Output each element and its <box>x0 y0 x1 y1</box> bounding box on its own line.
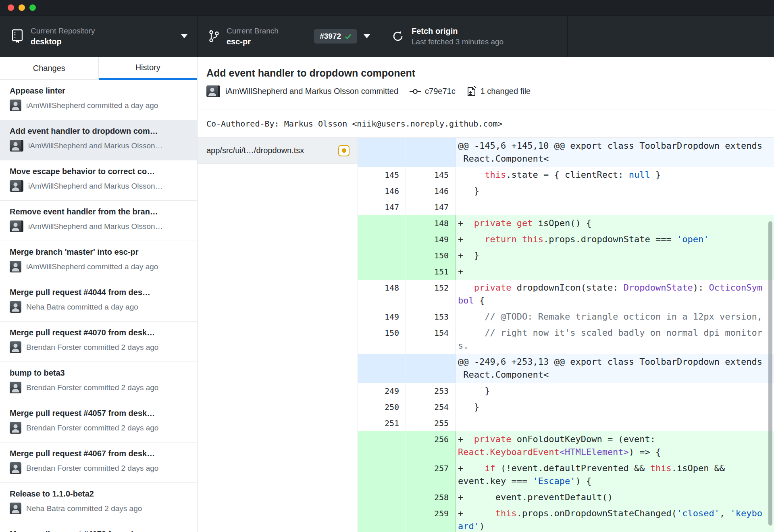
check-icon <box>345 33 352 39</box>
diff-line: 251255 <box>358 415 774 431</box>
diff-old-line-number: 148 <box>358 280 406 309</box>
commit-detail-panel: Add event handler to dropdown component … <box>198 57 774 532</box>
close-window-button[interactable] <box>8 4 14 11</box>
diff-new-line-number: 147 <box>406 199 455 215</box>
minimize-window-button[interactable] <box>19 4 25 11</box>
avatar <box>10 341 21 353</box>
diff-line: 250254 } <box>358 399 774 415</box>
current-branch-label: Current Branch <box>227 27 279 35</box>
diff-code: + return this.props.dropdownState === 'o… <box>455 231 774 247</box>
diff-new-line-number: 257 <box>406 460 455 489</box>
commit-item-title: Merge pull request #4067 from desk… <box>10 449 189 459</box>
diff-line: 256+ private onFoldoutKeyDown = (event: … <box>358 431 774 460</box>
tab-history[interactable]: History <box>99 57 198 80</box>
commit-item-title: Add event handler to dropdown com… <box>10 126 189 136</box>
pr-number-badge[interactable]: #3972 <box>314 29 357 44</box>
commit-list-item[interactable]: Add event handler to dropdown com…iAmWil… <box>0 120 197 160</box>
commit-list-item[interactable]: Merge pull request #4073 from d… <box>0 523 197 532</box>
file-list-item[interactable]: app/src/ui/t…/dropdown.tsx <box>198 138 358 164</box>
commit-item-meta: Brendan Forster committed 2 days ago <box>26 424 158 432</box>
commit-list-item[interactable]: Merge pull request #4070 from desk…Brend… <box>0 322 197 362</box>
current-repository-label: Current Repository <box>31 27 95 35</box>
diff-viewer: @@ -145,6 +145,10 @@ export class Toolba… <box>358 138 774 532</box>
diff-new-line-number: 145 <box>406 167 455 183</box>
diff-old-line-number <box>358 215 406 231</box>
diff-old-line-number: 145 <box>358 167 406 183</box>
diff-old-line-number: 150 <box>358 325 406 354</box>
diff-code: + <box>455 264 774 280</box>
diff-old-line-number: 249 <box>358 383 406 399</box>
commit-list-item[interactable]: Merge pull request #4044 from des…Neha B… <box>0 281 197 322</box>
diff-line: 149+ return this.props.dropdownState ===… <box>358 231 774 247</box>
commit-item-meta: iAmWillShepherd committed a day ago <box>26 101 158 110</box>
diff-lines: @@ -145,6 +145,10 @@ export class Toolba… <box>358 138 774 532</box>
commit-item-title: Merge pull request #4044 from des… <box>10 287 189 297</box>
commit-list-item[interactable]: Merge pull request #4067 from desk…Brend… <box>0 443 197 483</box>
avatar <box>10 382 21 393</box>
tab-changes[interactable]: Changes <box>0 57 99 79</box>
commit-list-item[interactable]: Merge branch 'master' into esc-priAmWill… <box>0 241 197 281</box>
diff-line: 259+ this.props.onDropdownStateChanged('… <box>358 505 774 532</box>
avatar <box>10 301 21 313</box>
diff-line: 258+ event.preventDefault() <box>358 489 774 505</box>
commit-item-title: bump to beta3 <box>10 368 189 378</box>
diff-line: 150154 // right now it's scaled badly on… <box>358 325 774 354</box>
diff-code <box>455 199 774 215</box>
diff-code: @@ -249,6 +253,13 @@ export class Toolba… <box>455 354 774 383</box>
diff-line: @@ -145,6 +145,10 @@ export class Toolba… <box>358 138 774 167</box>
diff-new-line-number <box>406 354 455 383</box>
diff-old-line-number <box>358 138 406 167</box>
diff-new-line-number: 149 <box>406 231 455 247</box>
diff-code: + event.preventDefault() <box>455 489 774 505</box>
diff-old-line-number <box>358 264 406 280</box>
diff-old-line-number <box>358 354 406 383</box>
diff-new-line-number: 148 <box>406 215 455 231</box>
app-toolbar: Current Repository desktop Current Branc… <box>0 15 774 57</box>
commit-item-meta: Neha Batra committed a day ago <box>26 303 138 312</box>
diff-line: 249253 } <box>358 383 774 399</box>
diff-old-line-number <box>358 247 406 264</box>
commit-list-item[interactable]: Remove event handler from the bran…iAmWi… <box>0 201 197 241</box>
fetch-origin-subtitle: Last fetched 3 minutes ago <box>412 37 504 46</box>
current-branch-dropdown[interactable]: Current Branch esc-pr #3972 <box>198 16 380 57</box>
commit-item-meta: iAmWillShepherd committed a day ago <box>26 262 158 271</box>
current-branch-value: esc-pr <box>227 37 279 46</box>
diff-new-line-number: 153 <box>406 309 455 325</box>
zoom-window-button[interactable] <box>29 4 36 11</box>
commit-item-title: Merge branch 'master' into esc-pr <box>10 247 189 257</box>
diff-line: 147147 <box>358 199 774 215</box>
commit-list-item[interactable]: Merge pull request #4057 from desk…Brend… <box>0 402 197 443</box>
diff-code: + this.props.onDropdownStateChanged('clo… <box>455 505 774 532</box>
diff-old-line-number <box>358 505 406 532</box>
commit-sha-group: c79e71c <box>410 87 456 96</box>
fetch-origin-button[interactable]: Fetch origin Last fetched 3 minutes ago <box>380 16 568 57</box>
commit-description: Co-Authored-By: Markus Olsson <niik@user… <box>198 110 774 138</box>
diff-new-line-number: 256 <box>406 431 455 460</box>
current-repository-dropdown[interactable]: Current Repository desktop <box>0 16 198 57</box>
diff-new-line-number: 259 <box>406 505 455 532</box>
avatar <box>10 220 21 232</box>
diff-scrollbar[interactable] <box>768 221 772 526</box>
commit-list-item[interactable]: bump to beta3Brendan Forster committed 2… <box>0 362 197 402</box>
diff-new-line-number: 154 <box>406 325 455 354</box>
diff-new-line-number: 150 <box>406 247 455 264</box>
changed-files-count: 1 changed file <box>481 87 531 96</box>
commit-list-item[interactable]: Move escape behavior to correct co…iAmWi… <box>0 160 197 201</box>
diff-old-line-number <box>358 231 406 247</box>
avatar <box>10 180 21 192</box>
diff-code: @@ -145,6 +145,10 @@ export class Toolba… <box>455 138 774 167</box>
diff-code: + if (!event.defaultPrevented && this.is… <box>455 460 774 489</box>
commit-item-title: Merge pull request #4057 from desk… <box>10 408 189 418</box>
diff-old-line-number: 250 <box>358 399 406 415</box>
diff-line: 151+ <box>358 264 774 280</box>
changed-files-group: 1 changed file <box>467 86 531 97</box>
avatar <box>10 422 21 434</box>
commit-list-item[interactable]: Release to 1.1.0-beta2Neha Batra committ… <box>0 483 197 523</box>
diff-code: } <box>455 399 774 415</box>
repo-icon <box>11 29 23 44</box>
diff-new-line-number: 151 <box>406 264 455 280</box>
traffic-lights <box>8 4 36 11</box>
commit-item-meta: Brendan Forster committed 2 days ago <box>26 383 158 392</box>
current-repository-value: desktop <box>31 37 95 46</box>
commit-list-item[interactable]: Appease linteriAmWillShepherd committed … <box>0 80 197 120</box>
